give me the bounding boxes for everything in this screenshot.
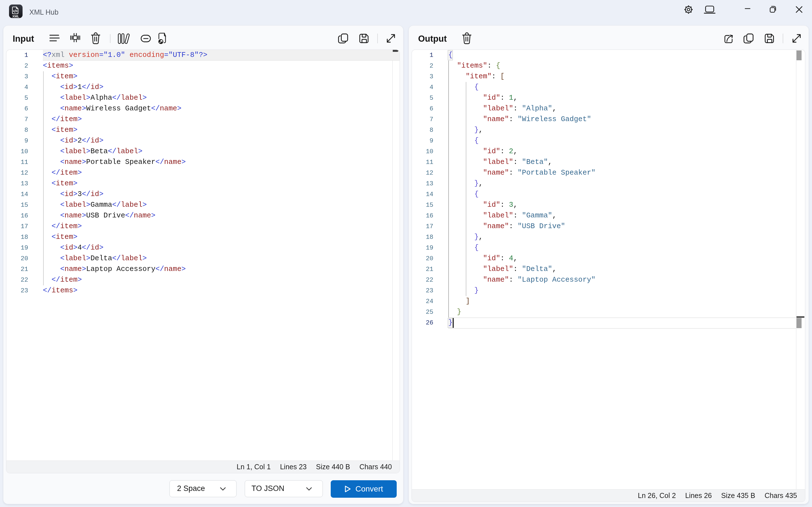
svg-text:XML: XML xyxy=(12,15,19,18)
